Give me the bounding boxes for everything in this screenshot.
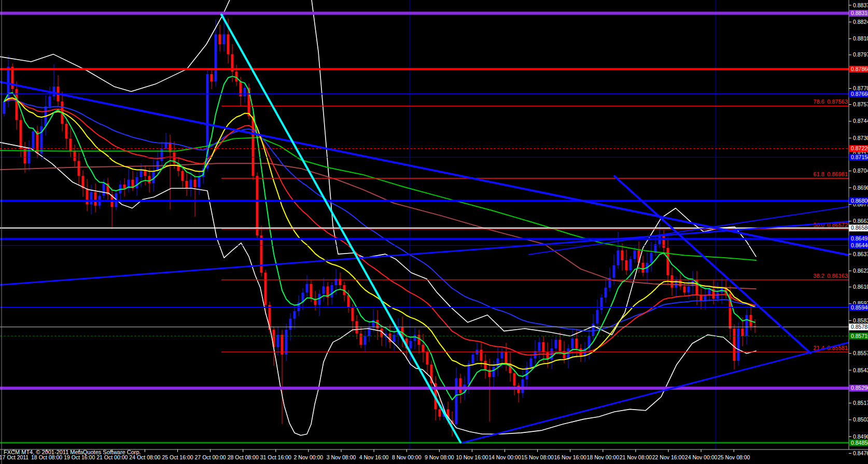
candle-body	[94, 192, 97, 205]
candle-body	[20, 120, 22, 149]
candle-body	[65, 124, 68, 139]
candle-body	[211, 74, 213, 81]
price-tick-label: 0.85035	[853, 416, 868, 423]
candle-body	[501, 352, 503, 358]
price-tick-label: 0.86635	[853, 218, 868, 224]
candle-body	[318, 294, 321, 305]
candle-body	[161, 149, 163, 161]
fib-price-label: 0.86981	[827, 171, 848, 177]
candle-body	[69, 138, 72, 151]
candle-body	[260, 235, 263, 273]
candle-body	[576, 339, 578, 348]
candle-body	[364, 336, 367, 345]
candle-body	[3, 102, 6, 114]
candle-body	[613, 265, 615, 278]
price-badge-label: 0.87860	[851, 66, 868, 72]
fib-pct-label: 38.2	[814, 273, 824, 279]
price-badge-label: 0.85290	[851, 385, 868, 391]
time-tick-label: 15 Nov 08:00	[521, 454, 554, 460]
candle-body	[422, 345, 425, 352]
candle-body	[356, 321, 358, 333]
price-axis[interactable]: 0.883750.882400.881050.879750.877050.875…	[849, 0, 868, 456]
candle-body	[480, 349, 483, 361]
candle-body	[617, 250, 620, 265]
mt4-chart-window[interactable]: 78.60.8756361.80.8698150.00.8657238.20.8…	[0, 0, 868, 464]
price-badge-label: 0.86580	[851, 224, 868, 231]
candle-body	[410, 341, 412, 348]
candle-body	[78, 161, 80, 176]
candle-body	[223, 34, 226, 44]
candle-body	[123, 185, 126, 188]
candle-body	[542, 342, 545, 352]
candle-body	[538, 342, 541, 351]
candle-body	[86, 188, 89, 204]
candle-body	[679, 280, 682, 286]
candle-body	[592, 324, 595, 336]
candle-body	[513, 373, 516, 386]
time-tick-label: 21 Nov 08:00	[620, 454, 652, 460]
price-tick-label: 0.87040	[853, 167, 868, 174]
time-tick-label: 16 Nov 16:00	[554, 454, 586, 460]
candle-body	[746, 315, 748, 336]
price-badge-label: 0.85783	[851, 324, 868, 330]
candle-body	[32, 131, 35, 149]
candle-body	[455, 378, 458, 425]
candle-body	[244, 88, 246, 96]
price-tick-label: 0.84765	[853, 450, 868, 456]
time-tick-label: 31 Oct 16:00	[260, 454, 291, 460]
candle-body	[663, 235, 665, 248]
candle-body	[53, 87, 55, 96]
candle-body	[256, 176, 259, 235]
candle-body	[484, 361, 487, 370]
price-tick-label: 0.87975	[853, 51, 868, 58]
fib-pct-label: 78.6	[814, 99, 824, 105]
time-tick-label: 22 Nov 16:00	[652, 454, 685, 460]
candle-body	[293, 311, 296, 318]
candle-body	[140, 170, 143, 177]
time-tick-label: 18 Nov 00:00	[587, 454, 620, 460]
candle-body	[505, 352, 508, 363]
candle-body	[264, 273, 267, 305]
candle-body	[103, 184, 105, 196]
candle-body	[181, 171, 184, 181]
time-tick-label: 10 Nov 16:00	[456, 454, 488, 460]
candle-body	[227, 34, 230, 54]
candle-body	[596, 310, 599, 324]
candle-body	[285, 330, 288, 355]
time-tick-label: 3 Nov 08:00	[327, 454, 356, 460]
candle-body	[493, 367, 495, 377]
price-badge-label: 0.88310	[851, 10, 868, 16]
candle-body	[605, 288, 607, 298]
candle-body	[497, 358, 499, 367]
candle-body	[642, 263, 645, 273]
candle-body	[148, 176, 151, 183]
candle-body	[352, 307, 354, 321]
time-tick-label: 2 Nov 00:00	[294, 454, 324, 460]
candle-body	[235, 72, 238, 81]
price-badge-label: 0.86800	[851, 198, 868, 204]
time-tick-label: 4 Nov 16:00	[359, 454, 389, 460]
candlestick-chart[interactable]: 78.60.8756361.80.8698150.00.8657238.20.8…	[0, 0, 868, 464]
price-tick-label: 0.84900	[853, 433, 868, 440]
candle-body	[347, 295, 350, 307]
fib-pct-label: 61.8	[814, 171, 824, 177]
candle-body	[439, 409, 441, 416]
candle-body	[625, 260, 628, 270]
candle-body	[634, 250, 636, 259]
candle-body	[559, 340, 562, 351]
candle-body	[683, 286, 686, 292]
price-tick-label: 0.87440	[853, 118, 868, 124]
candle-body	[522, 379, 524, 393]
candle-body	[74, 151, 76, 161]
candle-body	[306, 284, 309, 293]
price-tick-label: 0.85835	[853, 317, 868, 324]
candle-body	[152, 171, 155, 184]
candle-body	[530, 358, 533, 367]
time-tick-label: 24 Nov 00:00	[685, 454, 718, 460]
time-tick-label: 27 Oct 00:00	[195, 454, 226, 460]
candle-body	[90, 192, 93, 204]
candle-body	[277, 335, 279, 347]
price-badge-label: 0.84850	[851, 440, 868, 446]
price-tick-label: 0.85170	[853, 400, 868, 406]
candle-body	[186, 181, 188, 188]
